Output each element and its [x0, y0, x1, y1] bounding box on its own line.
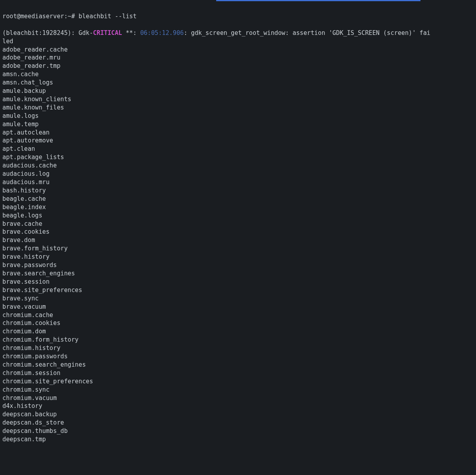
warning-line-2: led	[2, 38, 13, 45]
warning-stars: **:	[122, 29, 140, 37]
warning-critical: CRITICAL	[93, 29, 122, 37]
prompt-line: root@meediaserver:~# bleachbit --list	[2, 13, 136, 20]
warning-line-1: (bleachbit:1928245): Gdk-CRITICAL **: 06…	[2, 29, 430, 37]
warning-timestamp: 06:05:12.906	[140, 29, 184, 37]
top-accent-stripe	[216, 0, 420, 1]
prompt-separator: :	[64, 13, 67, 20]
prompt-hash: #	[71, 13, 75, 20]
warning-prefix: (bleachbit:1928245): Gdk-	[2, 29, 93, 37]
window-top-bar	[0, 0, 476, 2]
command-text: bleachbit --list	[79, 13, 136, 20]
warning-msg-a: : gdk_screen_get_root_window: assertion …	[184, 29, 430, 37]
blank-line	[2, 21, 474, 29]
terminal-output[interactable]: root@meediaserver:~# bleachbit --list (b…	[0, 2, 476, 444]
cleaner-list: adobe_reader.cache adobe_reader.mru adob…	[2, 46, 474, 444]
prompt-cwd: ~	[68, 13, 71, 20]
prompt-userhost: root@meediaserver	[2, 13, 64, 20]
